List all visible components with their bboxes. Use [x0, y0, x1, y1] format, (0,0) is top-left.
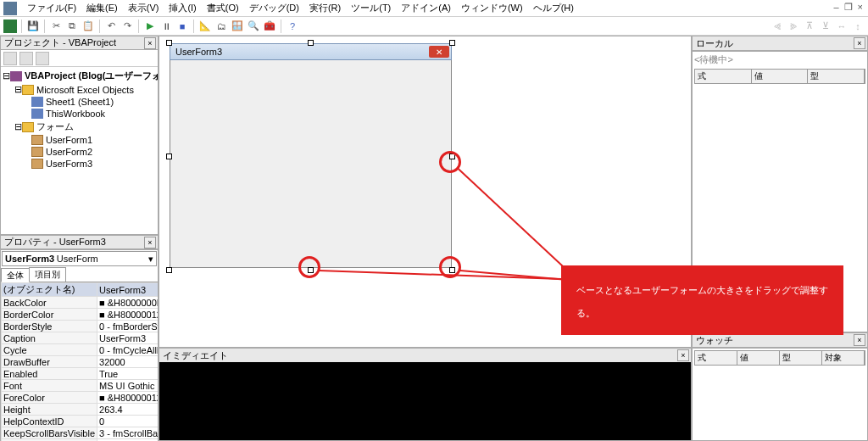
resize-handle[interactable]	[166, 154, 172, 159]
tree-forms-folder[interactable]: フォーム	[36, 120, 74, 133]
excel-icon[interactable]	[3, 20, 17, 33]
tree-workbook[interactable]: ThisWorkbook	[46, 109, 105, 119]
project-panel-label: プロジェクト - VBAProject	[4, 36, 116, 49]
align-left-icon[interactable]: ⫷	[771, 20, 784, 33]
userform-close-icon[interactable]: ✕	[429, 46, 449, 58]
break-icon[interactable]: ⏸	[159, 20, 173, 33]
tree-sheet1[interactable]: Sheet1 (Sheet1)	[46, 97, 114, 107]
locals-panel-title: ローカル ×	[692, 36, 868, 51]
close-icon[interactable]: ×	[144, 37, 156, 49]
undo-icon[interactable]: ↶	[104, 20, 118, 33]
project-toolbar	[1, 50, 158, 67]
tree-userform1[interactable]: UserForm1	[46, 135, 92, 145]
menu-run[interactable]: 実行(R)	[304, 2, 346, 14]
browser-icon[interactable]: 🔍	[247, 20, 260, 33]
close-icon[interactable]: ×	[854, 334, 865, 346]
property-row[interactable]: BackColor■ &H8000000F&	[2, 297, 159, 309]
userform-caption: UserForm3	[175, 47, 222, 57]
maximize-button[interactable]: ❐	[844, 2, 853, 13]
property-row[interactable]: BorderStyle0 - fmBorderStyleNone	[2, 321, 159, 332]
tree-project-root[interactable]: VBAProject (Blog(ユーザーフォーム).xlsm)	[25, 70, 158, 82]
property-row[interactable]: FontMS UI Gothic	[2, 380, 159, 392]
cut-icon[interactable]: ✂	[49, 20, 63, 33]
menu-window[interactable]: ウィンドウ(W)	[456, 2, 528, 14]
reset-icon[interactable]: ■	[175, 20, 189, 33]
menu-view[interactable]: 表示(V)	[123, 2, 164, 14]
resize-handle[interactable]	[166, 40, 172, 46]
align-center-icon[interactable]: ⫸	[787, 20, 800, 33]
close-icon[interactable]: ×	[144, 237, 156, 248]
toolbox-icon[interactable]: 🧰	[263, 20, 276, 33]
locals-col-type[interactable]: 型	[808, 70, 865, 83]
property-row[interactable]: Height263.4	[2, 404, 159, 416]
redo-icon[interactable]: ↷	[120, 20, 134, 33]
menu-addin[interactable]: アドイン(A)	[396, 2, 456, 14]
project-icon[interactable]: 🗂	[214, 20, 228, 33]
immediate-body[interactable]	[159, 362, 691, 440]
tab-categorized[interactable]: 項目別	[29, 267, 66, 282]
tab-all[interactable]: 全体	[1, 268, 30, 282]
props-icon[interactable]: 🪟	[231, 20, 244, 33]
view-object-icon[interactable]	[19, 52, 33, 65]
save-icon[interactable]: 💾	[26, 20, 40, 33]
property-row[interactable]: ForeColor■ &H80000012&	[2, 392, 159, 404]
locals-col-value[interactable]: 値	[752, 70, 809, 83]
menu-tools[interactable]: ツール(T)	[346, 2, 396, 14]
watch-label: ウォッチ	[696, 334, 733, 347]
align-top-icon[interactable]: ⊼	[803, 20, 816, 33]
copy-icon[interactable]: ⧉	[65, 20, 79, 33]
property-row[interactable]: KeepScrollBarsVisible3 - fmScrollBarsBot…	[2, 427, 159, 439]
property-row[interactable]: BorderColor■ &H80000012&	[2, 309, 159, 321]
same-height-icon[interactable]: ↕	[851, 20, 865, 33]
property-row[interactable]: Cycle0 - fmCycleAllForms	[2, 344, 159, 356]
annotation-circle-icon	[439, 151, 461, 173]
close-icon[interactable]: ×	[677, 349, 689, 361]
immediate-title: イミディエイト	[163, 349, 228, 362]
window-buttons: – ❐ ×	[833, 2, 863, 13]
property-row[interactable]: HelpContextID0	[2, 416, 159, 427]
immediate-window[interactable]: イミディエイト ×	[159, 348, 692, 441]
tree-userform3[interactable]: UserForm3	[46, 159, 92, 169]
resize-handle[interactable]	[166, 267, 172, 273]
userform-body[interactable]	[170, 60, 452, 268]
design-icon[interactable]: 📐	[198, 20, 212, 33]
tree-excel-objects[interactable]: Microsoft Excel Objects	[36, 85, 134, 95]
watch-col-value[interactable]: 値	[737, 351, 780, 365]
annotation-box: ベースとなるユーザーフォームの大きさをドラッグで調整する。	[561, 265, 843, 335]
property-row[interactable]: (オブジェクト名)UserForm3	[2, 283, 159, 297]
project-tree[interactable]: ⊟VBAProject (Blog(ユーザーフォーム).xlsm) ⊟Micro…	[1, 67, 158, 234]
property-row[interactable]: CaptionUserForm3	[2, 332, 159, 344]
menu-file[interactable]: ファイル(F)	[22, 2, 81, 14]
watch-col-type[interactable]: 型	[780, 351, 822, 365]
resize-handle[interactable]	[308, 40, 314, 46]
property-row[interactable]: EnabledTrue	[2, 368, 159, 380]
resize-handle[interactable]	[449, 40, 455, 46]
annotation-circle-icon	[439, 256, 461, 278]
watch-col-target[interactable]: 対象	[822, 351, 865, 365]
menu-edit[interactable]: 編集(E)	[81, 2, 123, 14]
props-panel-title: プロパティ - UserForm3 ×	[0, 235, 159, 249]
watch-col-expr[interactable]: 式	[695, 351, 737, 365]
run-icon[interactable]: ▶	[143, 20, 157, 33]
props-object-dropdown[interactable]: UserForm3 UserForm▾	[2, 251, 157, 266]
same-width-icon[interactable]: ↔	[835, 20, 849, 33]
properties-grid[interactable]: (オブジェクト名)UserForm3BackColor■ &H8000000F&…	[1, 282, 158, 441]
property-row[interactable]: DrawBuffer32000	[2, 356, 159, 368]
paste-icon[interactable]: 📋	[81, 20, 95, 33]
minimize-button[interactable]: –	[833, 2, 838, 13]
menu-debug[interactable]: デバッグ(D)	[244, 2, 304, 14]
view-code-icon[interactable]	[3, 52, 17, 65]
close-button[interactable]: ×	[858, 2, 863, 13]
help-icon[interactable]: ?	[286, 20, 299, 33]
folder-icon[interactable]	[36, 52, 49, 65]
menu-help[interactable]: ヘルプ(H)	[528, 2, 579, 14]
close-icon[interactable]: ×	[854, 37, 865, 49]
locals-header: 式 値 型	[694, 69, 865, 84]
tree-userform2[interactable]: UserForm2	[46, 147, 92, 157]
menu-insert[interactable]: 挿入(I)	[164, 2, 201, 14]
align-bottom-icon[interactable]: ⊻	[819, 20, 832, 33]
locals-col-expr[interactable]: 式	[695, 70, 752, 83]
userform-window[interactable]: UserForm3 ✕	[170, 43, 452, 270]
menu-format[interactable]: 書式(O)	[202, 2, 244, 14]
app-logo-icon	[3, 2, 17, 15]
